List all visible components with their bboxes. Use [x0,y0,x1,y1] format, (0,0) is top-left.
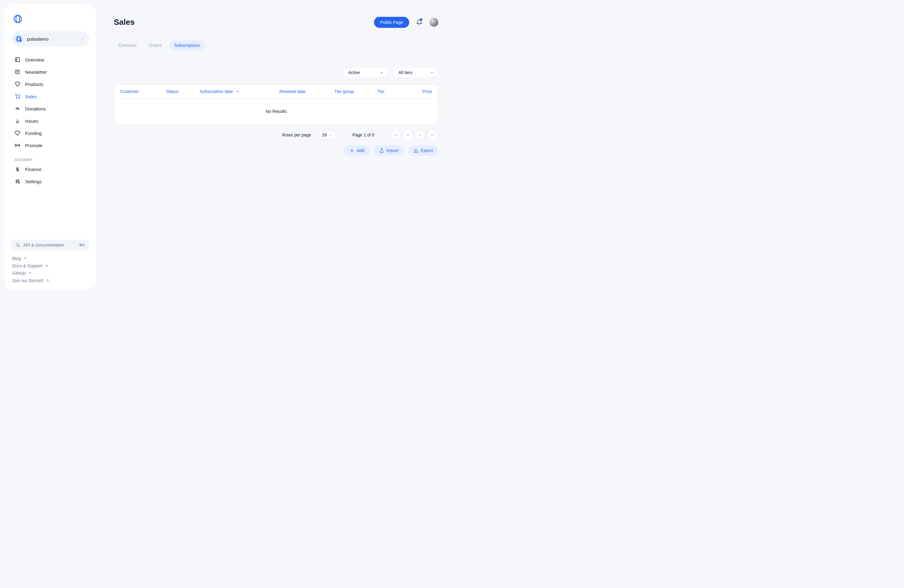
column-label: Subscription date [200,89,233,94]
sidebar-item-finance[interactable]: Finance [11,163,89,175]
logo-icon [13,15,22,23]
user-avatar[interactable] [429,18,439,27]
heart-icon [15,130,20,136]
next-page-button[interactable] [415,130,425,140]
column-price[interactable]: Price [402,89,432,94]
table-empty-state: No Results [114,99,438,124]
sidebar-item-label: Donations [25,106,46,111]
cart-icon [15,94,20,99]
sidebar-item-products[interactable]: Products [11,78,89,90]
column-subscription-date[interactable]: Subscription date [200,89,280,94]
notification-dot [420,18,422,21]
public-page-button[interactable]: Public Page [374,17,409,28]
external-icon [28,271,32,275]
svg-point-12 [19,182,20,183]
chevrons-left-icon [394,133,398,137]
tier-filter-value: All tiers [398,70,412,75]
donations-icon [15,106,20,111]
chevron-down-icon [235,89,240,94]
action-label: Add [357,148,365,153]
issues-icon [15,118,20,124]
sidebar-item-label: Issues [25,118,38,124]
api-docs-button[interactable]: API & Documentation ⌘K [11,240,89,251]
ext-link-docs[interactable]: Docs & Support [12,263,88,268]
status-filter-value: Active [348,70,360,75]
sidebar-item-settings[interactable]: Settings [11,176,89,187]
org-avatar-icon [16,36,22,42]
ext-link-blog[interactable]: Blog [12,256,88,261]
column-tier-group[interactable]: Tier group [335,89,377,94]
column-renewal-date[interactable]: Renewal date [280,89,335,94]
svg-point-4 [20,40,22,42]
broadcast-icon [15,143,20,148]
dollar-icon [15,166,20,172]
sidebar-item-sales[interactable]: Sales [11,91,89,102]
prev-page-button[interactable] [403,130,413,140]
chevron-down-icon [80,37,84,41]
nav-account: Finance Settings [11,163,89,187]
chevron-right-icon [418,133,422,137]
ext-link-label: Join our Discord [12,278,43,283]
diamond-icon [15,81,20,87]
external-icon [46,279,49,282]
ext-link-label: GitHub [12,271,26,276]
main-content: Sales Public Page Overview Orders Subscr… [100,0,452,294]
sidebar-item-promote[interactable]: Promote [11,140,89,151]
rows-per-page-value: 20 [322,132,327,137]
ext-link-label: Docs & Support [12,263,42,268]
layout-icon [15,57,20,62]
action-bar: Add Import Export [114,145,439,162]
nav-main: Overview Newsletter Products Sales [11,54,89,151]
notifications-button[interactable] [414,17,424,28]
external-links: Blog Docs & Support GitHub Join our Disc… [11,256,89,283]
tab-subscriptions[interactable]: Subscriptions [169,40,205,50]
svg-point-8 [19,98,20,99]
tier-filter[interactable]: All tiers [393,67,439,78]
svg-point-0 [14,15,21,23]
org-selector[interactable]: polardemo [11,31,89,47]
export-button[interactable]: Export [408,145,439,156]
add-button[interactable]: Add [344,145,370,156]
logo[interactable] [13,15,89,23]
filter-bar: Active All tiers [114,67,439,78]
svg-point-13 [16,244,19,246]
sidebar-item-newsletter[interactable]: Newsletter [11,66,89,78]
column-tier[interactable]: Tier [377,89,402,94]
sidebar-item-label: Sales [25,94,37,99]
ext-link-github[interactable]: GitHub [12,271,88,276]
sidebar-item-label: Overview [25,57,44,62]
external-icon [23,257,27,260]
sidebar-item-donations[interactable]: Donations [11,103,89,114]
sidebar-item-issues[interactable]: Issues [11,115,89,127]
chevron-down-icon [379,70,384,75]
sidebar-item-funding[interactable]: Funding [11,127,89,139]
tab-orders[interactable]: Orders [144,40,167,50]
page-header: Sales Public Page [114,12,439,32]
sidebar-item-label: Settings [25,179,42,184]
column-status[interactable]: Status [166,89,200,94]
chevron-down-icon [329,133,332,137]
import-button[interactable]: Import [374,145,404,156]
action-label: Import [387,148,399,153]
chevrons-right-icon [430,133,435,137]
chevron-left-icon [406,133,410,137]
rows-per-page-label: Rows per page [282,132,311,137]
column-customer[interactable]: Customer [120,89,166,94]
page-indicator: Page 1 of 0 [352,132,374,137]
ext-link-discord[interactable]: Join our Discord [12,278,88,283]
plus-icon [349,148,354,153]
rows-per-page-select[interactable]: 20 [319,131,336,139]
org-avatar [14,34,23,43]
first-page-button[interactable] [391,130,401,140]
api-kbd: ⌘K [79,243,85,247]
upload-icon [379,148,384,153]
sidebar-item-label: Products [25,82,43,87]
status-filter[interactable]: Active [343,67,388,78]
sidebar-item-overview[interactable]: Overview [11,54,89,65]
svg-point-10 [18,180,19,180]
page-buttons [391,130,437,140]
svg-point-9 [17,145,18,146]
last-page-button[interactable] [428,130,437,140]
api-label: API & Documentation [23,243,76,247]
tab-overview[interactable]: Overview [114,40,141,50]
